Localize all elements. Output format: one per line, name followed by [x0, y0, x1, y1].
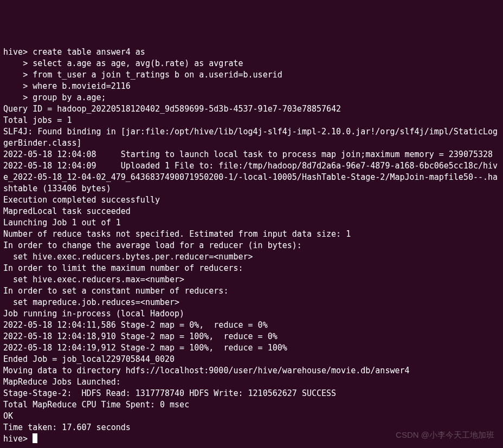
sql-group-line: group by a.age;	[33, 93, 106, 102]
output-reduce-tasks: Number of reduce tasks not specified. Es…	[3, 229, 500, 240]
output-constant-reducers: In order to set a constant number of red…	[3, 285, 500, 297]
output-uploaded-file: 2022-05-18 12:04:09 Uploaded 1 File to: …	[3, 160, 500, 194]
sql-select-line: select a.age as age, avg(b.rate) as avgr…	[33, 59, 243, 68]
output-ok: OK	[3, 411, 500, 422]
output-set-reduces: set mapreduce.job.reduces=<number>	[3, 297, 500, 308]
output-moving-data: Moving data to directory hdfs://localhos…	[3, 365, 500, 376]
watermark-text: CSDN @小李今天工地加班	[396, 429, 494, 440]
hive-prompt-final: hive>	[3, 434, 33, 444]
output-progress-1: 2022-05-18 12:04:11,586 Stage-2 map = 0%…	[3, 320, 500, 331]
sql-create-line: create table answer4 as	[33, 47, 145, 57]
output-stage-stats: Stage-Stage-2: HDFS Read: 1317778740 HDF…	[3, 388, 500, 399]
output-mapreduce-launched: MapReduce Jobs Launched:	[3, 376, 500, 388]
output-set-max: set hive.exec.reducers.max=<number>	[3, 274, 500, 285]
output-mapred-local: MapredLocal task succeeded	[3, 206, 500, 217]
output-cpu-time: Total MapReduce CPU Time Spent: 0 msec	[3, 399, 500, 411]
output-starting-task: 2022-05-18 12:04:08 Starting to launch l…	[3, 149, 500, 160]
cursor-icon[interactable]	[33, 433, 37, 443]
terminal-window[interactable]: hive> create table answer4 as > select a…	[3, 47, 500, 445]
output-slf4j: SLF4J: Found binding in [jar:file:/opt/h…	[3, 126, 500, 149]
hive-cont-prompt: >	[3, 81, 33, 91]
output-progress-2: 2022-05-18 12:04:18,910 Stage-2 map = 10…	[3, 331, 500, 342]
output-total-jobs: Total jobs = 1	[3, 115, 500, 126]
hive-cont-prompt: >	[3, 70, 33, 80]
output-execution-completed: Execution completed successfully	[3, 194, 500, 206]
output-job-running: Job running in-process (local Hadoop)	[3, 308, 500, 320]
output-ended-job: Ended Job = job_local229705844_0020	[3, 354, 500, 365]
hive-cont-prompt: >	[3, 93, 33, 102]
output-launching-job: Launching Job 1 out of 1	[3, 217, 500, 229]
hive-prompt: hive>	[3, 47, 33, 57]
output-set-bytes: set hive.exec.reducers.bytes.per.reducer…	[3, 251, 500, 263]
output-change-load: In order to change the average load for …	[3, 240, 500, 251]
output-query-id: Query ID = hadoop_20220518120402_9d58969…	[3, 103, 500, 115]
sql-from-line: from t_user a join t_ratings b on a.user…	[33, 70, 282, 80]
output-progress-3: 2022-05-18 12:04:19,912 Stage-2 map = 10…	[3, 342, 500, 354]
output-limit-reducers: In order to limit the maximum number of …	[3, 263, 500, 274]
sql-where-line: where b.movieid=2116	[33, 81, 131, 91]
hive-cont-prompt: >	[3, 59, 33, 68]
